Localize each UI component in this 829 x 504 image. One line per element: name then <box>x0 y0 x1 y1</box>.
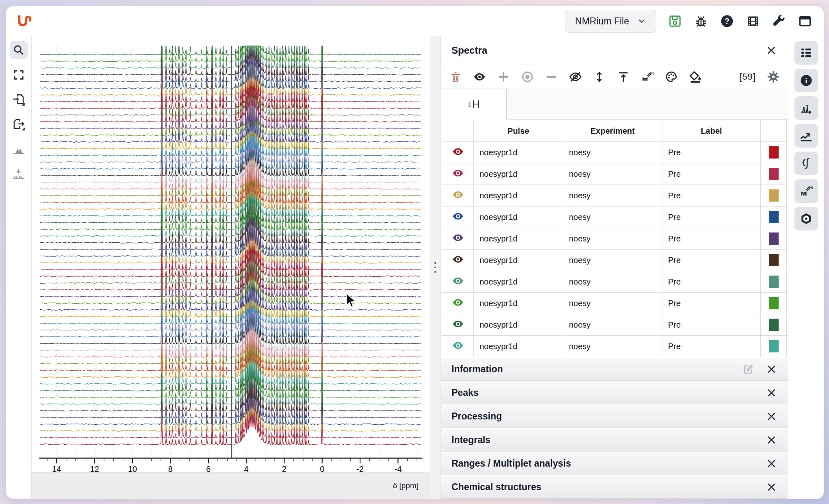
chemical-structures-icon[interactable] <box>794 207 818 230</box>
table-row[interactable]: noesypr1d noesy Pre <box>442 228 787 250</box>
close-icon[interactable] <box>765 457 777 469</box>
accordion-section[interactable]: Chemical structures <box>441 475 788 499</box>
col-experiment: Experiment <box>563 120 662 142</box>
table-row[interactable]: noesypr1d noesy Pre <box>442 206 787 228</box>
show-all-icon[interactable] <box>473 70 486 83</box>
row-pulse: noesypr1d <box>474 142 563 163</box>
align-top-icon[interactable] <box>617 70 630 83</box>
row-color-swatch[interactable] <box>769 232 779 245</box>
remove-icon[interactable] <box>545 70 558 83</box>
save-icon[interactable] <box>668 14 682 28</box>
row-pulse: noesypr1d <box>474 163 563 185</box>
row-color-swatch[interactable] <box>769 254 779 266</box>
table-row[interactable]: noesypr1d noesy Pre <box>442 250 787 271</box>
close-icon[interactable] <box>765 387 777 399</box>
palette-icon[interactable] <box>665 70 678 83</box>
close-icon[interactable] <box>765 481 777 493</box>
table-row[interactable]: noesypr1d noesy Pre <box>442 142 787 163</box>
spectra-chart-area[interactable]: 14121086420-2-4 δ [ppm] <box>32 36 430 499</box>
wrench-icon[interactable] <box>772 14 786 28</box>
zoom-icon[interactable] <box>10 41 28 59</box>
video-icon[interactable] <box>746 14 760 28</box>
panel-splitter[interactable] <box>430 36 441 499</box>
row-color-swatch[interactable] <box>769 146 779 159</box>
tab-1h-sup: 1 <box>468 101 471 108</box>
table-row[interactable]: noesypr1d noesy Pre <box>442 293 787 314</box>
window-layout-icon[interactable] <box>798 14 812 28</box>
file-menu-button[interactable]: NMRium File <box>565 10 656 33</box>
export-icon[interactable] <box>10 115 28 133</box>
table-row[interactable]: noesypr1d noesy Pre <box>442 271 787 293</box>
close-icon[interactable] <box>765 410 777 422</box>
accordion-section[interactable]: Processing <box>441 404 788 428</box>
peaks-panel-icon[interactable] <box>794 96 818 120</box>
accordion-sections: Information Peaks Processing Integrals <box>441 357 788 499</box>
delete-icon[interactable] <box>449 70 462 83</box>
edit-icon[interactable] <box>742 363 754 375</box>
accordion-section[interactable]: Information <box>441 357 788 381</box>
spectra-count-badge: [59] <box>739 72 756 82</box>
accordion-section[interactable]: Ranges / Multiplet analysis <box>441 452 788 475</box>
processing-panel-icon[interactable] <box>794 124 818 148</box>
help-icon[interactable]: ? <box>720 14 734 28</box>
settings-icon[interactable] <box>767 70 780 83</box>
record-icon[interactable] <box>521 70 534 83</box>
row-visibility-eye-icon[interactable] <box>452 339 464 354</box>
peak-picking-icon[interactable] <box>10 140 28 158</box>
col-color <box>761 120 787 142</box>
row-color-swatch[interactable] <box>769 168 779 180</box>
table-row[interactable]: noesypr1d noesy Pre <box>442 314 787 336</box>
row-visibility-eye-icon[interactable] <box>452 232 464 246</box>
row-visibility-eye-icon[interactable] <box>452 275 464 289</box>
accordion-section[interactable]: Peaks <box>441 381 788 404</box>
hide-all-icon[interactable] <box>569 70 582 83</box>
row-color-swatch[interactable] <box>769 297 779 309</box>
table-row[interactable]: noesypr1d noesy Pre <box>442 336 787 357</box>
tab-1h[interactable]: 1 H <box>441 89 507 120</box>
accordion-section[interactable]: Integrals <box>441 428 788 452</box>
row-visibility-eye-icon[interactable] <box>452 167 464 181</box>
row-label: Pre <box>662 228 761 250</box>
integrals-panel-icon[interactable] <box>794 152 818 175</box>
close-icon[interactable] <box>765 363 777 375</box>
center-spectra-icon[interactable] <box>593 70 606 83</box>
close-icon[interactable] <box>765 44 777 56</box>
bug-icon[interactable] <box>694 14 708 28</box>
row-color-swatch[interactable] <box>769 276 779 288</box>
table-row[interactable]: noesypr1d noesy Pre <box>442 185 787 206</box>
chevron-down-icon <box>637 17 646 26</box>
row-visibility-eye-icon[interactable] <box>452 146 464 160</box>
svg-text:14: 14 <box>52 465 61 472</box>
row-visibility-eye-icon[interactable] <box>452 189 464 203</box>
add-icon[interactable] <box>497 70 510 83</box>
row-visibility-eye-icon[interactable] <box>452 210 464 224</box>
spectra-panel-title: Spectra <box>451 45 487 56</box>
section-label: Integrals <box>451 434 490 445</box>
baseline-correction-icon[interactable] <box>10 165 28 183</box>
row-label: Pre <box>662 250 761 271</box>
row-color-swatch[interactable] <box>769 340 779 352</box>
fill-icon[interactable] <box>689 70 702 83</box>
nmrium-window: NMRium File ? <box>6 6 824 499</box>
row-visibility-eye-icon[interactable] <box>452 296 464 311</box>
information-icon[interactable]: i <box>794 69 818 92</box>
spectra-table-header-row: Pulse Experiment Label <box>442 120 787 142</box>
row-visibility-eye-icon[interactable] <box>452 253 464 267</box>
row-pulse: noesypr1d <box>474 271 563 293</box>
row-color-swatch[interactable] <box>769 211 779 223</box>
fullscreen-icon[interactable] <box>10 66 28 84</box>
spectra-list-icon[interactable] <box>794 41 818 65</box>
row-color-swatch[interactable] <box>769 189 779 202</box>
table-row[interactable]: noesypr1d noesy Pre <box>442 163 787 185</box>
row-experiment: noesy <box>563 314 662 336</box>
svg-text:4: 4 <box>244 465 249 472</box>
multiplet-icon[interactable]: m <box>641 70 654 83</box>
import-icon[interactable] <box>10 91 28 109</box>
row-color-swatch[interactable] <box>769 319 779 331</box>
nmr-spectra-plot[interactable]: 14121086420-2-4 <box>32 36 430 472</box>
row-visibility-eye-icon[interactable] <box>452 318 464 332</box>
row-label: Pre <box>662 163 761 185</box>
svg-text:12: 12 <box>90 465 99 472</box>
close-icon[interactable] <box>765 434 777 446</box>
ranges-panel-icon[interactable]: m <box>794 179 818 203</box>
